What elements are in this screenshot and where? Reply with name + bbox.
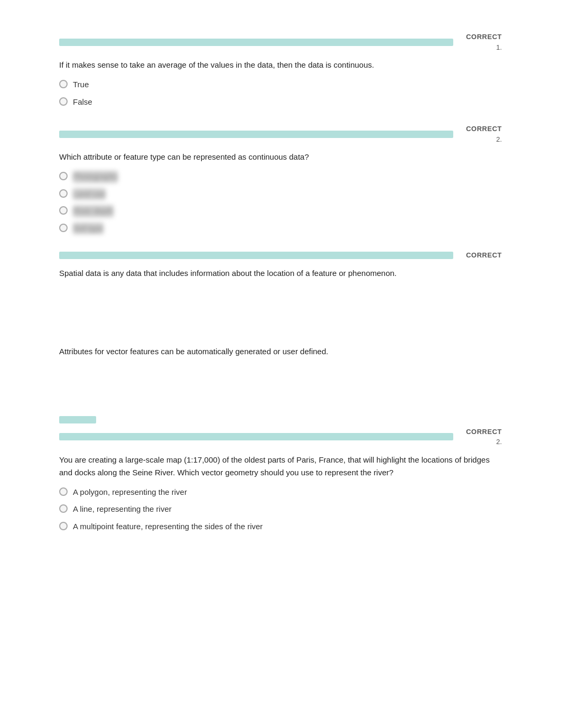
- q1-number: 1.: [496, 42, 502, 53]
- q1-label-group: CORRECT 1.: [460, 32, 502, 52]
- list-item: Soil type: [59, 223, 502, 235]
- q4-option-b-radio[interactable]: [59, 504, 68, 513]
- q2-option-b-text: Land use: [73, 188, 106, 200]
- q2-option-c-radio[interactable]: [59, 206, 68, 215]
- q3-label-group: CORRECT: [460, 250, 502, 261]
- q1-text: If it makes sense to take an average of …: [59, 59, 502, 71]
- q2-option-d-radio[interactable]: [59, 224, 68, 232]
- q4-option-b-text: A line, representing the river: [73, 503, 172, 515]
- q2-label-group: CORRECT 2.: [460, 124, 502, 144]
- question-1: CORRECT 1. If it makes sense to take an …: [59, 32, 502, 108]
- q1-option-b-radio[interactable]: [59, 97, 68, 106]
- q4-option-c-text: A multipoint feature, representing the s…: [73, 521, 263, 533]
- question-3-attributes: Attributes for vector features can be au…: [59, 345, 502, 358]
- q3-progress-bar: [59, 252, 453, 259]
- list-item: Photographs: [59, 171, 502, 183]
- q4-number: 2.: [496, 437, 502, 447]
- list-item: River depth: [59, 205, 502, 217]
- q2-correct-bar-row: CORRECT 2.: [59, 124, 502, 144]
- q1-option-b-text: False: [73, 96, 92, 108]
- q1-option-a-text: True: [73, 79, 89, 91]
- q2-progress-bar: [59, 131, 453, 138]
- q1-correct-label: CORRECT: [466, 32, 502, 42]
- q4-partial-bar-row: [59, 416, 502, 423]
- q2-correct-label: CORRECT: [466, 124, 502, 134]
- list-item: Land use: [59, 188, 502, 200]
- q3-spatial-text: Spatial data is any data that includes i…: [59, 267, 502, 280]
- list-item: False: [59, 96, 502, 108]
- q2-option-b-radio[interactable]: [59, 189, 68, 198]
- q2-option-a-radio[interactable]: [59, 172, 68, 180]
- question-4: CORRECT 2. You are creating a large-scal…: [59, 416, 502, 533]
- q3-attributes-text: Attributes for vector features can be au…: [59, 345, 502, 358]
- q4-option-a-text: A polygon, representing the river: [73, 486, 187, 499]
- q1-progress-bar: [59, 39, 453, 46]
- list-item: A polygon, representing the river: [59, 486, 502, 499]
- spacer-1: [59, 287, 502, 329]
- list-item: A multipoint feature, representing the s…: [59, 521, 502, 533]
- question-3-spatial: CORRECT Spatial data is any data that in…: [59, 250, 502, 280]
- q4-label-group: CORRECT 2.: [460, 427, 502, 447]
- q3-correct-bar-row: CORRECT: [59, 250, 502, 261]
- q4-partial-bar: [59, 416, 96, 423]
- q1-correct-bar-row: CORRECT 1.: [59, 32, 502, 52]
- q1-option-a-radio[interactable]: [59, 80, 68, 88]
- q3-correct-label: CORRECT: [466, 250, 502, 261]
- q4-text: You are creating a large-scale map (1:17…: [59, 454, 502, 479]
- q4-progress-bar: [59, 433, 453, 440]
- q4-option-c-radio[interactable]: [59, 522, 68, 530]
- q4-correct-bar-row: CORRECT 2.: [59, 427, 502, 447]
- q2-option-d-text: Soil type: [73, 223, 104, 235]
- q4-options: A polygon, representing the river A line…: [59, 486, 502, 533]
- q4-option-a-radio[interactable]: [59, 487, 68, 496]
- q2-text: Which attribute or feature type can be r…: [59, 151, 502, 163]
- q4-correct-label: CORRECT: [466, 427, 502, 437]
- q2-option-c-text: River depth: [73, 205, 114, 217]
- spacer-2: [59, 374, 502, 416]
- q2-option-a-text: Photographs: [73, 171, 118, 183]
- q1-options: True False: [59, 79, 502, 108]
- list-item: A line, representing the river: [59, 503, 502, 515]
- q2-options: Photographs Land use River depth Soil ty…: [59, 171, 502, 234]
- list-item: True: [59, 79, 502, 91]
- question-2: CORRECT 2. Which attribute or feature ty…: [59, 124, 502, 234]
- q2-number: 2.: [496, 134, 502, 145]
